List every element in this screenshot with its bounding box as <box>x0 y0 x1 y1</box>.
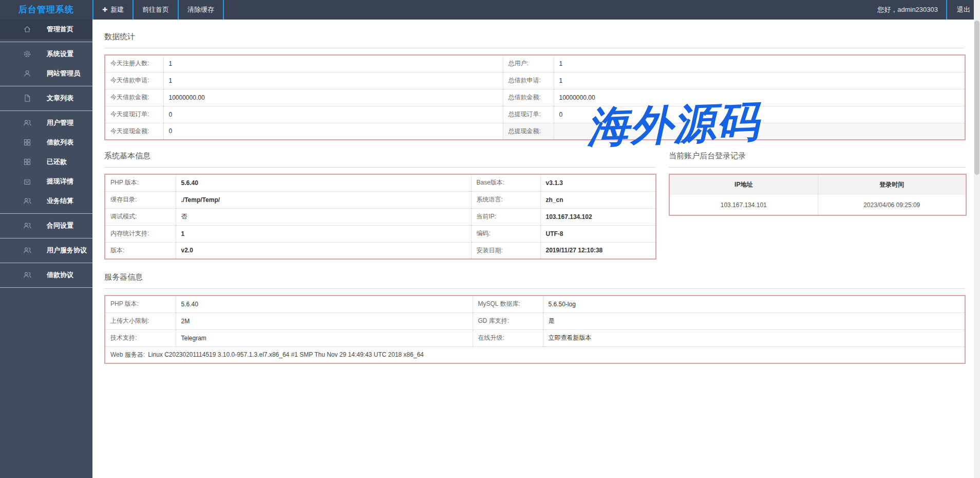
info-value: zh_cn <box>540 191 656 208</box>
server-value: 5.6.50-log <box>543 296 965 312</box>
stat-row: 今天借款申请:1总借款申请:1 <box>105 72 965 89</box>
web-server-label: Web 服务器: <box>110 351 145 358</box>
info-value: v3.1.3 <box>540 174 656 191</box>
system-info-title: 系统基本信息 <box>104 152 655 160</box>
user-icon <box>23 69 32 78</box>
info-label: 内存统计支持: <box>105 225 176 242</box>
header-button-label: 清除缓存 <box>187 5 214 14</box>
server-info-title: 服务器信息 <box>104 273 980 281</box>
sidebar-item-user-service-agreement[interactable]: 用户服务协议 <box>0 241 92 260</box>
home-icon <box>23 25 32 33</box>
sidebar-item-site-admin[interactable]: 网站管理员 <box>0 64 92 83</box>
stat-row: 今天注册人数:1总用户:1 <box>105 55 965 72</box>
sidebar-divider <box>0 211 92 216</box>
server-label: 上传大小限制: <box>105 312 176 329</box>
users-icon <box>23 197 32 205</box>
server-label: GD 库支持: <box>473 312 543 329</box>
stat-row: 今天提现订单:0总提现订单:0 <box>105 106 965 123</box>
users-icon <box>23 222 32 230</box>
info-value: 2019/11/27 12:10:38 <box>540 242 656 259</box>
sidebar-item-label: 用户服务协议 <box>47 246 87 255</box>
system-info-section: 系统基本信息 PHP 版本:5.6.40Base版本:v3.1.3缓存目录:./… <box>104 152 655 260</box>
system-info-table: PHP 版本:5.6.40Base版本:v3.1.3缓存目录:./Temp/Te… <box>104 174 656 260</box>
file-icon <box>23 94 32 102</box>
users-icon <box>23 271 32 279</box>
server-info-table-body: PHP 版本:5.6.40MySQL 数据库:5.6.50-log上传大小限制:… <box>105 296 965 363</box>
scrollbar-track[interactable] <box>974 0 980 478</box>
sidebar: 管理首页系统设置网站管理员文章列表用户管理借款列表已还款提现详情业务结算合同设置… <box>0 20 92 478</box>
clear-cache-button[interactable]: 清除缓存 <box>179 0 224 20</box>
sidebar-item-loan-list[interactable]: 借款列表 <box>0 133 92 152</box>
plus-icon: ✚ <box>102 6 107 13</box>
login-records-section: 当前账户后台登录记录 IP地址登录时间 103.167.134.1012023/… <box>669 152 966 260</box>
header-actions: ✚新建前往首页清除缓存 <box>92 0 224 20</box>
server-web-row: Web 服务器:Linux C20230201114519 3.10.0-957… <box>105 346 965 363</box>
sidebar-item-repaid[interactable]: 已还款 <box>0 152 92 172</box>
stat-value: 1 <box>554 72 965 89</box>
stat-value: 1 <box>554 55 965 72</box>
info-row: 缓存目录:./Temp/Temp/系统语言:zh_cn <box>105 191 656 208</box>
login-record-row: 103.167.134.1012023/04/06 09:25:09 <box>669 195 966 215</box>
sidebar-item-label: 用户管理 <box>47 118 73 127</box>
server-value: Telegram <box>176 329 473 346</box>
sidebar-item-system-settings[interactable]: 系统设置 <box>0 44 92 64</box>
info-value: UTF-8 <box>540 225 656 242</box>
sidebar-divider <box>0 235 92 241</box>
sidebar-item-label: 已还款 <box>47 157 67 167</box>
server-value: 5.6.40 <box>176 296 473 312</box>
info-row: PHP 版本:5.6.40Base版本:v3.1.3 <box>105 174 656 191</box>
info-value: v2.0 <box>176 242 471 259</box>
new-button[interactable]: ✚新建 <box>93 0 134 20</box>
sidebar-item-label: 借款协议 <box>47 270 73 280</box>
sidebar-item-label: 合同设置 <box>47 221 73 230</box>
header-bar: 后台管理系统 ✚新建前往首页清除缓存 您好，admin230303 退出 <box>0 0 980 20</box>
info-value: 5.6.40 <box>176 174 471 191</box>
login-time-cell: 2023/04/06 09:25:09 <box>818 195 966 215</box>
check-new-version-link[interactable]: 立即查看新版本 <box>543 329 965 346</box>
sidebar-item-contract-settings[interactable]: 合同设置 <box>0 216 92 235</box>
stat-label: 今天提现金额: <box>105 123 163 140</box>
stat-value: 1 <box>163 72 503 89</box>
info-row: 版本:v2.0安装日期:2019/11/27 12:10:38 <box>105 242 656 259</box>
sidebar-item-label: 管理首页 <box>47 25 73 34</box>
info-label: 当前IP: <box>471 208 540 225</box>
divider <box>104 167 655 168</box>
info-row: 内存统计支持:1编码:UTF-8 <box>105 225 656 242</box>
app-logo: 后台管理系统 <box>0 0 92 20</box>
header-button-label: 前往首页 <box>142 5 169 14</box>
sidebar-divider <box>0 285 92 290</box>
info-label: 编码: <box>471 225 540 242</box>
sidebar-item-home[interactable]: 管理首页 <box>0 20 92 39</box>
main-content: 数据统计 今天注册人数:1总用户:1今天借款申请:1总借款申请:1今天借款金额:… <box>92 20 980 478</box>
grid-icon <box>23 138 32 146</box>
stat-value: 10000000.00 <box>163 89 503 106</box>
divider <box>104 48 965 48</box>
stat-value: 0 <box>163 106 503 123</box>
server-value: 2M <box>176 312 473 329</box>
login-ip-cell: 103.167.134.101 <box>669 195 818 215</box>
stat-label: 总提现订单: <box>503 106 554 123</box>
sidebar-item-label: 网站管理员 <box>47 69 80 78</box>
server-value: 是 <box>543 312 965 329</box>
info-value: 否 <box>176 208 471 225</box>
sidebar-item-withdrawal-details[interactable]: 提现详情 <box>0 172 92 191</box>
stats-section-title: 数据统计 <box>104 32 980 41</box>
server-label: 技术支持: <box>105 329 176 346</box>
sidebar-item-business-settlement[interactable]: 业务结算 <box>0 191 92 211</box>
info-value: ./Temp/Temp/ <box>176 191 471 208</box>
grid-icon <box>23 158 32 166</box>
server-label: PHP 版本: <box>105 296 176 312</box>
sidebar-item-loan-agreement[interactable]: 借款协议 <box>0 265 92 285</box>
login-column-header: IP地址 <box>669 174 818 195</box>
sidebar-item-user-management[interactable]: 用户管理 <box>0 113 92 133</box>
login-column-header: 登录时间 <box>818 174 966 195</box>
sidebar-item-label: 文章列表 <box>47 94 73 103</box>
go-home-button[interactable]: 前往首页 <box>134 0 179 20</box>
sidebar-item-article-list[interactable]: 文章列表 <box>0 88 92 108</box>
info-value: 1 <box>176 225 471 242</box>
stat-label: 总借款申请: <box>503 72 554 89</box>
info-label: PHP 版本: <box>105 174 176 191</box>
scrollbar-thumb[interactable] <box>974 21 979 175</box>
header-button-label: 新建 <box>110 5 124 14</box>
stat-label: 今天提现订单: <box>105 106 163 123</box>
